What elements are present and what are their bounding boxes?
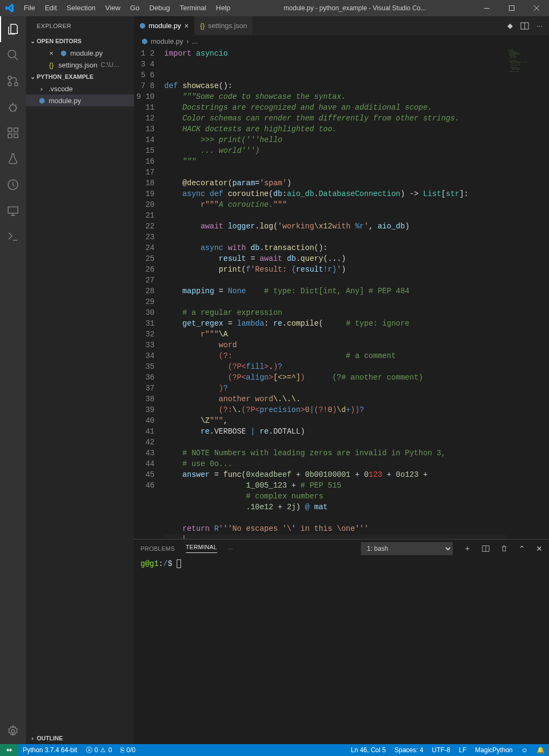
app-icon: [0, 4, 19, 12]
menu-view[interactable]: View: [101, 0, 125, 16]
svg-rect-0: [484, 8, 490, 9]
breadcrumb-file: module.py: [151, 37, 183, 45]
activity-settings[interactable]: [0, 718, 26, 744]
line-gutter: 1 2 3 4 5 6 7 8 9 10 11 12 13 14 15 16 1…: [134, 47, 163, 539]
svg-rect-9: [14, 134, 18, 138]
editor-body[interactable]: 1 2 3 4 5 6 7 8 9 10 11 12 13 14 15 16 1…: [134, 47, 549, 539]
activity-test[interactable]: [0, 146, 26, 172]
split-terminal-icon[interactable]: [482, 545, 490, 552]
activity-remote[interactable]: [0, 198, 26, 224]
menu-help[interactable]: Help: [211, 0, 236, 16]
svg-rect-12: [8, 207, 18, 213]
activity-search[interactable]: [0, 42, 26, 68]
maximize-button[interactable]: [499, 0, 524, 16]
maximize-panel-icon[interactable]: ⌃: [519, 544, 525, 553]
feedback-icon[interactable]: ☺: [517, 746, 532, 754]
code-content[interactable]: import asyncio def showcase(): """Some c…: [163, 47, 506, 539]
svg-point-3: [8, 76, 11, 79]
svg-point-2: [8, 50, 16, 58]
bell-icon[interactable]: 🔔: [532, 746, 549, 754]
json-icon: {}: [200, 22, 205, 30]
menu-terminal[interactable]: Terminal: [175, 0, 211, 16]
minimize-button[interactable]: [474, 0, 499, 16]
new-terminal-icon[interactable]: ＋: [464, 544, 471, 554]
minimap[interactable]: ▬▬▬ ▬▬▬▬▬▬ ▬▬▬▬▬▬ ▬▬▬▬▬▬▬▬▬▬▬▬ ▬▬▬▬▬▬▬▬▬…: [506, 47, 549, 539]
open-editors-label: OPEN EDITORS: [37, 38, 82, 44]
chevron-right-icon: ›: [28, 735, 37, 741]
chevron-down-icon: ⌄: [28, 73, 37, 80]
python-icon: ⬢: [139, 22, 145, 30]
menu-selection[interactable]: Selection: [62, 0, 100, 16]
status-problems[interactable]: ⓧ0 ⚠0: [82, 746, 116, 755]
status-language[interactable]: MagicPython: [471, 746, 517, 754]
terminal-user: g@g1: [140, 559, 159, 568]
status-ports[interactable]: ⎘0/0: [116, 746, 140, 754]
status-encoding[interactable]: UTF-8: [427, 746, 454, 754]
panel-tab-terminal[interactable]: TERMINAL: [186, 544, 217, 553]
open-editor-item[interactable]: × ⬢ module.py: [26, 47, 134, 59]
json-icon: {}: [46, 61, 56, 69]
open-editor-item[interactable]: {} settings.json C:\U...: [26, 59, 134, 71]
svg-rect-8: [8, 134, 12, 138]
activity-explorer[interactable]: [0, 16, 26, 42]
tab-label: settings.json: [208, 22, 247, 30]
svg-rect-7: [8, 128, 12, 132]
status-python[interactable]: Python 3.7.4 64-bit: [18, 746, 82, 754]
svg-rect-1: [510, 6, 514, 11]
activity-debug[interactable]: [0, 94, 26, 120]
panel-tab-problems[interactable]: PROBLEMS: [140, 545, 175, 552]
file-name: settings.json: [58, 61, 97, 69]
kill-terminal-icon[interactable]: [500, 545, 508, 552]
close-panel-icon[interactable]: ✕: [536, 544, 543, 553]
error-icon: ⓧ: [86, 746, 92, 755]
breadcrumb[interactable]: ⬢ module.py › ...: [134, 35, 549, 47]
file-path: C:\U...: [101, 61, 119, 69]
activity-extensions[interactable]: [0, 120, 26, 146]
terminal-cursor: [177, 559, 181, 568]
svg-point-5: [8, 83, 11, 86]
close-icon[interactable]: ×: [46, 49, 56, 57]
svg-point-13: [11, 730, 15, 733]
broadcast-icon: ⎘: [120, 746, 124, 754]
sidebar-title: EXPLORER: [26, 16, 134, 35]
close-button[interactable]: [524, 0, 549, 16]
menu-edit[interactable]: Edit: [40, 0, 62, 16]
file-name: module.py: [70, 49, 103, 57]
menu-file[interactable]: File: [19, 0, 40, 16]
open-editors-header[interactable]: ⌄ OPEN EDITORS: [26, 35, 134, 47]
python-icon: ⬢: [58, 49, 68, 57]
menu-bar: FileEditSelectionViewGoDebugTerminalHelp: [19, 0, 235, 16]
folder-name: .vscode: [49, 85, 73, 93]
bottom-panel: PROBLEMS TERMINAL ··· 1: bash ＋ ⌃ ✕ g@g1…: [134, 539, 549, 744]
compare-icon[interactable]: ◆: [507, 22, 513, 30]
tab-module-py[interactable]: ⬢ module.py ×: [134, 16, 195, 35]
status-eol[interactable]: LF: [454, 746, 471, 754]
editor-tabs: ⬢ module.py × {} settings.json ◆ ···: [134, 16, 549, 35]
more-icon[interactable]: ···: [537, 22, 543, 30]
terminal-content[interactable]: g@g1:/$: [134, 557, 549, 744]
terminal-selector[interactable]: 1: bash: [361, 542, 453, 555]
outline-label: OUTLINE: [37, 735, 63, 741]
file-name: module.py: [49, 97, 81, 105]
tab-label: module.py: [149, 22, 181, 30]
tab-settings-json[interactable]: {} settings.json: [195, 16, 253, 35]
menu-debug[interactable]: Debug: [144, 0, 175, 16]
menu-go[interactable]: Go: [125, 0, 144, 16]
close-icon[interactable]: ×: [184, 22, 189, 30]
status-lncol[interactable]: Ln 46, Col 5: [346, 746, 390, 754]
panel-tab-more[interactable]: ···: [228, 545, 233, 552]
remote-indicator[interactable]: [0, 744, 18, 756]
file-item[interactable]: ⬢ module.py: [26, 94, 134, 106]
status-spaces[interactable]: Spaces: 4: [390, 746, 427, 754]
outline-header[interactable]: › OUTLINE: [26, 732, 134, 744]
folder-header[interactable]: ⌄ PYTHON_EXAMPLE: [26, 71, 134, 83]
activity-scm[interactable]: [0, 68, 26, 94]
folder-item[interactable]: › .vscode: [26, 83, 134, 94]
status-bar: Python 3.7.4 64-bit ⓧ0 ⚠0 ⎘0/0 Ln 46, Co…: [0, 744, 549, 756]
activity-azure[interactable]: [0, 172, 26, 198]
activity-bar: [0, 16, 26, 744]
split-editor-icon[interactable]: [520, 22, 529, 30]
activity-terminal-view[interactable]: [0, 224, 26, 249]
title-bar: FileEditSelectionViewGoDebugTerminalHelp…: [0, 0, 549, 16]
warning-icon: ⚠: [100, 746, 106, 754]
